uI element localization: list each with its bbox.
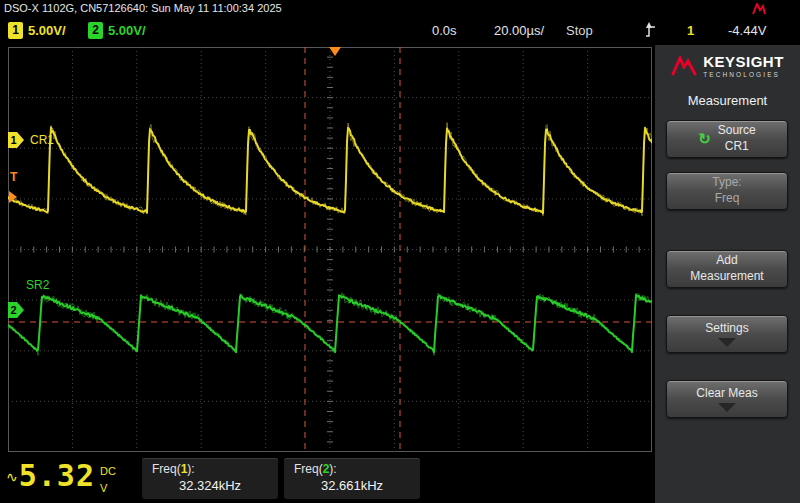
trace-cr1: CR1 (8, 123, 652, 217)
freq-label-prefix: Freq( (152, 462, 181, 476)
freq-ch2-value: 32.661kHz (284, 478, 420, 493)
ch2-marker-label: 2 (11, 304, 17, 316)
source-button[interactable]: ↻ Source CR1 (666, 120, 788, 158)
trigger-source[interactable]: 1 (687, 22, 694, 39)
freq-ch1-value: 32.324kHz (142, 478, 278, 493)
ch2-badge[interactable]: 2 (88, 22, 103, 39)
trigger-time-label: T (10, 170, 18, 184)
keysight-spark-icon (671, 56, 697, 76)
ch2-scale[interactable]: 5.00V/ (108, 22, 146, 39)
softkey-menu: KEYSIGHT TECHNOLOGIES Measurement ↻ Sour… (655, 45, 800, 503)
trigger-level[interactable]: -4.44V (728, 22, 766, 39)
settings-label: Settings (705, 321, 748, 337)
clear-meas-label: Clear Meas (696, 386, 757, 402)
graticule (8, 47, 652, 452)
freq-ch2-label: Freq(2): (284, 462, 420, 476)
trace-label-cr1: CR1 (30, 133, 54, 147)
title-text: DSO-X 1102G, CN57126640: Sun May 11 11:0… (4, 2, 282, 14)
scope-display: CR1SR21T2 (8, 47, 652, 452)
brand-name: KEYSIGHT (703, 54, 784, 69)
dvm-value: 5.32 (19, 458, 95, 496)
source-value: CR1 (725, 139, 749, 155)
chevron-down-icon (718, 338, 736, 347)
acquisition-status[interactable]: Stop (566, 22, 593, 39)
timebase-setting[interactable]: 20.00µs/ (494, 22, 544, 39)
keysight-mini-logo-icon (752, 3, 766, 15)
freq-label-suffix: ): (187, 462, 194, 476)
measurement-bar: ∿ 5.32 DC V Freq(1): 32.324kHz Freq(2): … (0, 455, 655, 503)
add-line1: Add (716, 253, 737, 269)
dvm-readout: ∿ 5.32 DC V (6, 458, 116, 496)
freq-ch2-readout: Freq(2): 32.661kHz (284, 458, 420, 499)
trace-label-sr2: SR2 (26, 278, 50, 292)
menu-title: Measurement (655, 93, 800, 108)
ch1-scale[interactable]: 5.00V/ (28, 22, 66, 39)
freq-ch1-label: Freq(1): (142, 462, 278, 476)
brand-sub: TECHNOLOGIES (703, 71, 784, 78)
type-value: Freq (715, 191, 740, 207)
add-line2: Measurement (690, 269, 763, 285)
title-bar: DSO-X 1102G, CN57126640: Sun May 11 11:0… (0, 0, 800, 17)
freq-label-suffix: ): (329, 462, 336, 476)
ch1-badge[interactable]: 1 (8, 22, 23, 39)
trigger-edge-icon (645, 22, 657, 39)
add-measurement-button[interactable]: Add Measurement (666, 250, 788, 288)
type-button[interactable]: Type: Freq (666, 172, 788, 210)
ch1-marker-label: 1 (11, 134, 17, 146)
settings-bar: 1 5.00V/ 2 5.00V/ 0.0s 20.00µs/ Stop 1 -… (0, 17, 800, 45)
dvm-unit: V (100, 480, 116, 497)
horizontal-delay[interactable]: 0.0s (432, 22, 457, 39)
freq-ch1-readout: Freq(1): 32.324kHz (142, 458, 278, 499)
freq-label-prefix: Freq( (294, 462, 323, 476)
keysight-logo: KEYSIGHT TECHNOLOGIES (655, 54, 800, 78)
type-title: Type: (712, 175, 741, 191)
dvm-mode: DC (100, 463, 116, 480)
chevron-down-icon (718, 403, 736, 412)
trigger-position-marker[interactable] (329, 47, 341, 56)
settings-button[interactable]: Settings (666, 315, 788, 353)
cycle-source-icon: ↻ (698, 129, 711, 149)
source-title: Source (718, 123, 756, 139)
signal-icon: ∿ (6, 469, 18, 496)
clear-meas-button[interactable]: Clear Meas (666, 380, 788, 418)
